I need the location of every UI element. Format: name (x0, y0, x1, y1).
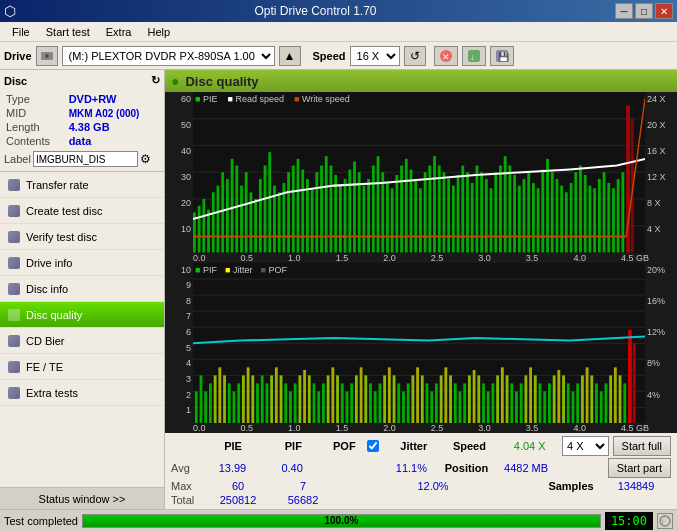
svg-rect-124 (218, 367, 221, 423)
cd-bier-icon (8, 335, 20, 347)
type-row: Type DVD+RW (6, 93, 158, 105)
refresh-icon[interactable]: ↻ (151, 74, 160, 87)
sidebar-item-create-test-disc[interactable]: Create test disc (0, 198, 164, 224)
menu-extra[interactable]: Extra (98, 24, 140, 40)
sidebar-item-transfer-rate[interactable]: Transfer rate (0, 172, 164, 198)
svg-rect-82 (513, 175, 516, 253)
svg-rect-181 (487, 391, 490, 423)
svg-rect-198 (567, 383, 570, 423)
disc-info-header: Disc ↻ (4, 74, 160, 87)
sidebar-item-cd-bier[interactable]: CD Bier (0, 328, 164, 354)
app-icon: ⬡ (4, 3, 16, 19)
svg-rect-57 (395, 175, 398, 253)
y2-2: 2 (165, 390, 193, 400)
status-bar: Test completed 100.0% 15:00 i (0, 509, 677, 531)
svg-rect-129 (242, 375, 245, 423)
svg-rect-135 (270, 375, 273, 423)
sidebar-item-disc-info[interactable]: Disc info (0, 276, 164, 302)
start-part-button[interactable]: Start part (608, 458, 671, 478)
svg-rect-192 (539, 383, 542, 423)
svg-rect-104 (617, 179, 620, 253)
svg-rect-125 (223, 375, 226, 423)
start-full-button[interactable]: Start full (613, 436, 671, 456)
speed-select[interactable]: 16 X 8 X 4 X Max (350, 46, 400, 66)
status-window-button[interactable]: Status window >> (0, 487, 164, 509)
yr1-12: 12 X (645, 172, 677, 182)
svg-rect-173 (449, 375, 452, 423)
toolbar-icon-2[interactable]: ↓ (462, 46, 486, 66)
sidebar-item-drive-info[interactable]: Drive info (0, 250, 164, 276)
menu-file[interactable]: File (4, 24, 38, 40)
svg-rect-183 (496, 375, 499, 423)
svg-rect-157 (374, 391, 377, 423)
x1-15: 1.5 (336, 253, 349, 263)
svg-rect-99 (593, 188, 596, 252)
svg-rect-53 (377, 156, 380, 252)
length-row: Length 4.38 GB (6, 121, 158, 133)
svg-rect-153 (355, 375, 358, 423)
svg-rect-137 (280, 375, 283, 423)
svg-rect-143 (308, 375, 311, 423)
svg-rect-55 (386, 183, 389, 253)
svg-rect-206 (605, 383, 608, 423)
x1-25: 2.5 (431, 253, 444, 263)
svg-rect-89 (546, 159, 549, 253)
eject-button[interactable]: ▲ (279, 46, 301, 66)
menu-help[interactable]: Help (139, 24, 178, 40)
label-settings-icon[interactable]: ⚙ (140, 152, 151, 166)
sidebar-item-verify-test-disc[interactable]: Verify test disc (0, 224, 164, 250)
y2-6: 6 (165, 327, 193, 337)
mid-value: MKM A02 (000) (69, 107, 158, 119)
y2-8: 8 (165, 296, 193, 306)
close-button[interactable]: ✕ (655, 3, 673, 19)
total-label: Total (171, 494, 203, 506)
svg-rect-132 (256, 383, 259, 423)
stats-avg-row: Avg 13.99 0.40 11.1% Position 4482 MB St… (171, 458, 671, 478)
svg-rect-191 (534, 375, 537, 423)
speed-arrow-btn[interactable]: ↺ (404, 46, 426, 66)
svg-rect-190 (529, 367, 532, 423)
max-jitter: 12.0% (403, 480, 463, 492)
contents-value: data (69, 135, 158, 147)
maximize-button[interactable]: □ (635, 3, 653, 19)
drive-select[interactable]: (M:) PLEXTOR DVDR PX-890SA 1.00 (62, 46, 275, 66)
speed-select-sm[interactable]: 4 X 8 X 16 X (562, 436, 608, 456)
svg-rect-84 (523, 179, 526, 253)
svg-rect-159 (383, 375, 386, 423)
fe-te-label: FE / TE (26, 361, 63, 373)
header-pof: POF (321, 440, 367, 452)
svg-rect-128 (237, 383, 240, 423)
speed-label: Speed (313, 50, 346, 62)
x2-1: 1.0 (288, 423, 301, 433)
toolbar-icon-1[interactable]: ✕ (434, 46, 458, 66)
svg-rect-42 (325, 156, 328, 252)
svg-rect-85 (527, 172, 530, 252)
svg-rect-208 (614, 367, 617, 423)
menu-start-test[interactable]: Start test (38, 24, 98, 40)
svg-rect-177 (468, 375, 471, 423)
minimize-button[interactable]: ─ (615, 3, 633, 19)
svg-rect-200 (576, 383, 579, 423)
svg-rect-19 (217, 186, 220, 253)
toolbar-icon-3[interactable]: 💾 (490, 46, 514, 66)
sidebar-item-fe-te[interactable]: FE / TE (0, 354, 164, 380)
sidebar-item-extra-tests[interactable]: Extra tests (0, 380, 164, 406)
jitter-checkbox[interactable] (367, 440, 379, 452)
svg-rect-105 (621, 172, 624, 252)
x1-2: 2.0 (383, 253, 396, 263)
svg-rect-140 (294, 383, 297, 423)
drive-label: Drive (4, 50, 32, 62)
yr1-16: 16 X (645, 146, 677, 156)
svg-rect-34 (287, 172, 290, 252)
position-value: 4482 MB (494, 462, 558, 474)
svg-rect-134 (266, 383, 269, 423)
x2-25: 2.5 (431, 423, 444, 433)
label-input[interactable] (33, 151, 138, 167)
svg-rect-52 (372, 166, 375, 253)
create-test-disc-icon (8, 205, 20, 217)
avg-jitter: 11.1% (384, 462, 439, 474)
svg-rect-61 (414, 179, 417, 253)
svg-rect-101 (603, 172, 606, 252)
svg-rect-46 (344, 179, 347, 253)
sidebar-item-disc-quality[interactable]: Disc quality (0, 302, 164, 328)
